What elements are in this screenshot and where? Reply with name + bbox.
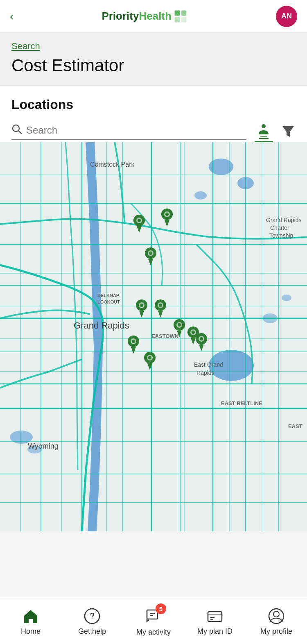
nav-my-plan-id-label: My plan ID: [197, 627, 233, 636]
svg-text:Grand Rapids: Grand Rapids: [74, 320, 129, 331]
nav-my-activity-label: My activity: [136, 628, 171, 637]
svg-text:BELKNAP: BELKNAP: [97, 293, 119, 298]
svg-rect-3: [181, 17, 187, 22]
svg-rect-2: [175, 17, 180, 22]
search-bar: [11, 121, 296, 142]
svg-rect-0: [175, 10, 180, 16]
svg-point-72: [149, 252, 152, 255]
svg-text:?: ?: [90, 611, 94, 620]
svg-text:East Grand: East Grand: [194, 361, 223, 368]
svg-point-96: [200, 337, 203, 340]
logo-icon: [173, 9, 188, 24]
svg-point-68: [165, 213, 169, 216]
search-input-wrapper: [11, 124, 246, 140]
app-header: ‹ Priority Health AN: [0, 0, 307, 33]
svg-marker-9: [282, 126, 294, 137]
svg-point-100: [148, 356, 151, 359]
page-title: Cost Estimator: [11, 56, 296, 75]
bottom-navigation: Home ? Get help 5 My activity M: [0, 599, 307, 644]
nav-item-my-activity[interactable]: 5 My activity: [129, 607, 178, 637]
svg-text:Charter: Charter: [270, 224, 289, 231]
svg-point-88: [192, 331, 195, 334]
svg-rect-1: [181, 10, 187, 16]
map-svg: Comstock Park BELKNAP LOOKOUT Grand Rapi…: [0, 142, 307, 531]
help-icon: ?: [84, 608, 101, 625]
svg-point-80: [159, 304, 162, 307]
svg-point-76: [140, 304, 143, 307]
activity-notification-badge: 5: [156, 603, 166, 614]
avatar[interactable]: AN: [276, 6, 297, 27]
breadcrumb-search-link[interactable]: Search: [11, 41, 40, 51]
nav-item-my-profile[interactable]: My profile: [252, 608, 301, 636]
search-input[interactable]: [26, 125, 246, 136]
app-logo: Priority Health: [102, 9, 188, 24]
nav-item-get-help[interactable]: ? Get help: [68, 608, 117, 636]
svg-text:Rapids: Rapids: [196, 370, 214, 376]
nav-home-label: Home: [21, 627, 41, 636]
svg-point-111: [273, 611, 279, 617]
svg-point-13: [194, 191, 207, 200]
activity-badge-wrapper: 5: [145, 607, 162, 626]
back-button[interactable]: ‹: [10, 11, 14, 22]
nav-get-help-label: Get help: [78, 627, 106, 636]
svg-point-84: [178, 323, 181, 327]
nav-item-home[interactable]: Home: [6, 608, 55, 636]
nav-my-profile-label: My profile: [260, 627, 292, 636]
home-icon: [22, 608, 39, 625]
filter-button[interactable]: [281, 124, 296, 140]
plan-id-icon: [206, 608, 223, 625]
svg-text:Township: Township: [269, 232, 293, 239]
svg-point-92: [132, 340, 135, 343]
logo-health-text: Health: [139, 10, 171, 23]
map-container[interactable]: Comstock Park BELKNAP LOOKOUT Grand Rapi…: [0, 142, 307, 531]
svg-line-5: [18, 131, 21, 134]
svg-text:Wyoming: Wyoming: [28, 442, 59, 450]
locations-title: Locations: [11, 97, 296, 112]
svg-text:Grand Rapids: Grand Rapids: [266, 217, 301, 223]
svg-point-16: [282, 295, 291, 301]
svg-text:EAST: EAST: [288, 423, 302, 429]
page-header: Search Cost Estimator: [0, 33, 307, 86]
svg-text:EAST BELTLINE: EAST BELTLINE: [221, 400, 262, 406]
locations-section: Locations: [0, 86, 307, 142]
nav-item-my-plan-id[interactable]: My plan ID: [190, 608, 239, 636]
profile-icon: [268, 608, 285, 625]
map-view-button[interactable]: [255, 121, 273, 142]
svg-rect-106: [208, 612, 222, 621]
svg-text:Comstock Park: Comstock Park: [90, 161, 135, 168]
logo-priority-text: Priority: [102, 10, 139, 23]
svg-point-64: [138, 219, 141, 222]
search-icon: [11, 124, 22, 137]
svg-text:LOOKOUT: LOOKOUT: [97, 299, 120, 304]
svg-point-6: [262, 124, 266, 128]
svg-text:EASTOWN: EASTOWN: [151, 333, 178, 339]
